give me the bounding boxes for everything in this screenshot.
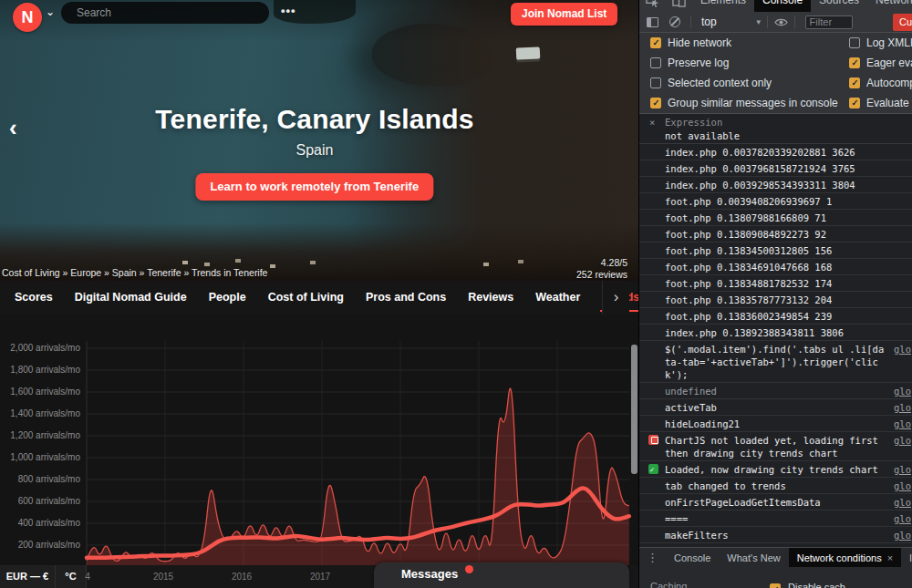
console-log-row[interactable]: onFirstPageLoadGetItemsDataglo — [639, 494, 912, 511]
tab-weather[interactable]: Weather — [524, 281, 591, 315]
rating-reviews[interactable]: 252 reviews — [576, 269, 627, 281]
console-log-row[interactable]: $('.modal.item').find('.tabs ul .li[data… — [639, 341, 912, 383]
console-log-row[interactable]: index.php 0.0037820339202881 3626 — [639, 144, 912, 160]
eye-icon[interactable] — [774, 15, 788, 29]
expression-title[interactable]: Expression — [665, 117, 722, 128]
setting-autocomple[interactable]: Autocomple — [849, 77, 912, 88]
join-nomad-list-button[interactable]: Join Nomad List — [511, 3, 617, 26]
console-log-row[interactable]: foot.php 0.13807988166809 71 — [639, 210, 912, 226]
console-log-row[interactable]: makeFiltersglo — [639, 527, 912, 543]
device-toolbar-icon[interactable] — [672, 0, 686, 7]
checkbox-icon[interactable] — [849, 98, 860, 108]
console-log-row[interactable]: ChartJS not loaded yet, loading first th… — [639, 432, 912, 461]
log-source-link[interactable]: glo — [894, 385, 911, 397]
setting-selected-context-only[interactable]: Selected context only — [650, 77, 772, 88]
checkbox-icon[interactable] — [849, 57, 860, 68]
console-log-row[interactable]: tab changed to trendsglo — [639, 478, 912, 494]
console-log-row[interactable]: foot.php 0.13834881782532 174 — [639, 275, 912, 292]
tab-scores[interactable]: Scores — [4, 281, 64, 315]
checkbox-icon[interactable] — [849, 77, 860, 88]
custom-levels-button[interactable]: Cus — [893, 14, 912, 31]
drawer-menu-icon[interactable]: ⋮ — [647, 551, 658, 564]
log-source-link[interactable]: glo — [894, 418, 911, 430]
temperature-toggle[interactable]: °C — [56, 565, 87, 588]
chevron-down-icon[interactable]: ⌄ — [46, 5, 55, 18]
console-log-row[interactable]: activeTabglo — [639, 399, 912, 416]
console-log-row[interactable]: foot.php 0.13835787773132 204 — [639, 292, 912, 308]
nomadlist-logo[interactable]: N — [13, 3, 42, 32]
devtools-tab-elements[interactable]: Elements — [692, 0, 754, 12]
javascript-context-dropdown[interactable]: top — [701, 15, 717, 28]
arrivals-chart-canvas[interactable] — [55, 337, 634, 565]
log-source-link[interactable]: glo — [894, 463, 911, 476]
checkbox-icon[interactable] — [650, 98, 661, 108]
expression-value: not available — [665, 130, 740, 141]
drawer-tab-console[interactable]: Console — [666, 548, 719, 568]
console-log-row[interactable]: index.php 0.0039298534393311 3804 — [639, 177, 912, 193]
more-menu-icon[interactable]: ••• — [281, 4, 296, 17]
console-log-row[interactable]: index.php 0.0037968158721924 3765 — [639, 160, 912, 177]
log-source-link[interactable]: glo — [894, 401, 911, 414]
log-source-link[interactable]: glo — [894, 343, 911, 356]
disable-cache-checkbox[interactable] — [770, 583, 781, 588]
tab-digital-nomad-guide[interactable]: Digital Nomad Guide — [64, 281, 198, 315]
tab-pros-and-cons[interactable]: Pros and Cons — [355, 281, 457, 315]
log-text: foot.php 0.13836002349854 239 — [665, 310, 911, 323]
checkbox-icon[interactable] — [650, 37, 661, 48]
log-source-link[interactable]: glo — [894, 434, 911, 447]
console-log-row[interactable]: foot.php 0.13836002349854 239 — [639, 308, 912, 325]
console-log-row[interactable]: ====glo — [639, 511, 912, 527]
console-log-row[interactable]: hideLoading21glo — [639, 416, 912, 432]
success-emoji-icon — [648, 464, 658, 474]
dropdown-caret-icon: ▼ — [755, 18, 762, 26]
console-log-row[interactable]: index.php 0.13892388343811 3806 — [639, 325, 912, 341]
console-log-row[interactable]: foot.php 0.13809084892273 92 — [639, 226, 912, 242]
console-log-row[interactable]: foot.php 0.0039408206939697 1 — [639, 193, 912, 210]
log-text: tab changed to trends — [665, 480, 888, 492]
messages-widget[interactable]: Messages — [374, 562, 629, 588]
breadcrumb[interactable]: Cost of Living » Europe » Spain » Teneri… — [2, 267, 267, 278]
drawer-tab-network-conditions[interactable]: Network conditions× — [789, 548, 901, 568]
filter-input[interactable]: Filter — [805, 15, 853, 29]
setting-evaluate-tri[interactable]: Evaluate tri — [849, 97, 912, 108]
search-input[interactable]: Search — [61, 2, 269, 24]
console-log-row[interactable]: Loaded, now drawing city trends chartglo — [639, 461, 912, 478]
inspect-element-icon[interactable] — [646, 0, 659, 7]
x-tick-label: 2017 — [310, 572, 330, 582]
console-log-row[interactable]: undefinedglo — [639, 383, 912, 399]
currency-toggle[interactable]: EUR — € — [0, 565, 56, 588]
log-source-link[interactable]: glo — [894, 529, 911, 542]
devtools-tab-console[interactable]: Console — [754, 0, 811, 12]
sidebar-toggle-icon[interactable] — [647, 17, 658, 27]
setting-group-similar-messages-in-console[interactable]: Group similar messages in console — [650, 97, 838, 108]
log-source-link[interactable]: glo — [894, 480, 911, 492]
messages-label: Messages — [401, 567, 458, 581]
tab-reviews[interactable]: Reviews — [457, 281, 524, 315]
setting-preserve-log[interactable]: Preserve log — [650, 57, 729, 68]
console-log-list: index.php 0.0037820339202881 3626index.p… — [639, 144, 912, 588]
tabs-next-chevron[interactable]: › — [602, 281, 629, 315]
tab-cost-of-living[interactable]: Cost of Living — [257, 281, 355, 315]
devtools-tab-sources[interactable]: Sources — [811, 0, 867, 12]
rating-score: 4.28/5 — [576, 257, 627, 269]
tab-people[interactable]: People — [198, 281, 257, 315]
devtools-tab-network[interactable]: Network — [867, 0, 912, 12]
clear-console-icon[interactable] — [669, 16, 680, 27]
setting-hide-network[interactable]: Hide network — [650, 36, 731, 48]
checkbox-icon[interactable] — [650, 57, 661, 68]
setting-log-xmlht[interactable]: Log XMLHt — [849, 36, 912, 48]
log-source-link[interactable]: glo — [894, 512, 911, 525]
close-icon[interactable]: × — [649, 117, 655, 128]
page-scrollbar[interactable] — [631, 345, 637, 474]
console-log-row[interactable]: foot.php 0.13834500312805 156 — [639, 242, 912, 259]
close-icon[interactable]: × — [887, 552, 893, 563]
log-source-link[interactable]: glo — [894, 496, 911, 509]
setting-eager-evalu[interactable]: Eager evalu — [849, 57, 912, 68]
drawer-tab-issu[interactable]: Issu — [901, 548, 912, 568]
console-log-row[interactable]: foot.php 0.13834691047668 168 — [639, 259, 912, 275]
checkbox-icon[interactable] — [650, 77, 661, 88]
nomadlist-page: N ⌄ Search ••• Join Nomad List ‹ Tenerif… — [0, 0, 638, 588]
drawer-tab-what-s-new[interactable]: What's New — [719, 548, 788, 568]
checkbox-icon[interactable] — [849, 37, 860, 48]
cta-button[interactable]: Learn to work remotely from Tenerife — [195, 173, 433, 201]
